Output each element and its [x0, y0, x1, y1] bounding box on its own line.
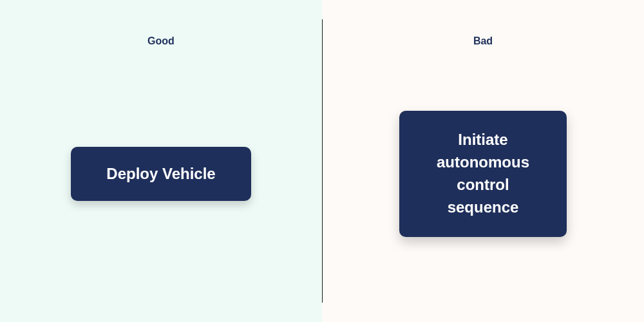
vertical-divider: [322, 19, 323, 303]
initiate-sequence-button[interactable]: Initiate autonomous control sequence: [399, 111, 567, 236]
good-panel: Good Deploy Vehicle: [0, 0, 322, 322]
bad-panel: Bad Initiate autonomous control sequence: [322, 0, 644, 322]
bad-button-area: Initiate autonomous control sequence: [322, 0, 644, 322]
deploy-vehicle-button[interactable]: Deploy Vehicle: [71, 147, 251, 201]
good-button-area: Deploy Vehicle: [0, 0, 322, 322]
